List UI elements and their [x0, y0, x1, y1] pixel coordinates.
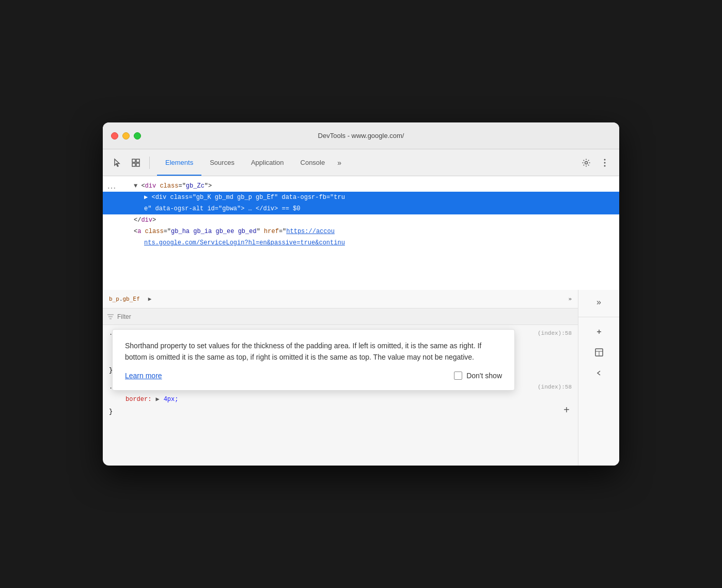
dont-show-checkbox[interactable] [454, 372, 462, 380]
tooltip-text: Shorthand property to set values for the… [125, 340, 502, 363]
svg-rect-4 [136, 163, 139, 166]
border-expand-icon[interactable]: ▶ [155, 394, 159, 405]
styles-header-right: » [568, 296, 572, 302]
dont-show-label: Don't show [466, 372, 502, 380]
filter-icon [107, 313, 114, 320]
tab-application[interactable]: Application [243, 149, 292, 176]
minimize-button[interactable] [122, 132, 130, 140]
tabs-container: Elements Sources Application Console » [157, 149, 576, 176]
settings-button[interactable] [578, 154, 594, 171]
more-options-button[interactable] [597, 154, 613, 171]
tooltip: Shorthand property to set values for the… [112, 329, 515, 391]
more-tabs-button[interactable]: » [333, 149, 346, 176]
bottom-panel: b_p.gb_Ef ▶ » Shorthand property [103, 290, 619, 466]
learn-more-link[interactable]: Learn more [125, 372, 162, 380]
svg-marker-0 [115, 159, 119, 166]
more-icon [604, 158, 606, 167]
filter-row [103, 308, 578, 325]
panel-dots[interactable]: … [107, 180, 116, 191]
breadcrumb-text: b_p.gb_Ef [109, 296, 140, 302]
css-prop-border[interactable]: border: ▶ 4px; [103, 393, 578, 406]
traffic-lights [111, 132, 141, 140]
title-bar: DevTools - www.google.com/ [103, 122, 619, 149]
svg-point-7 [604, 162, 606, 163]
tab-console[interactable]: Console [292, 149, 334, 176]
svg-point-5 [585, 161, 588, 164]
add-rule-button[interactable]: + [563, 406, 570, 416]
styles-right-panel: » [578, 290, 619, 466]
svg-rect-3 [132, 163, 135, 166]
cursor-icon [113, 158, 122, 167]
html-line-6: nts.google.com/ServiceLogin?hl=en&passiv… [103, 237, 619, 249]
styles-area: b_p.gb_Ef ▶ » Shorthand property [103, 290, 578, 466]
right-panel-divider [578, 317, 619, 317]
window-title: DevTools - www.google.com/ [318, 132, 404, 140]
devtools-window: DevTools - www.google.com/ Elements Sour… [103, 122, 619, 466]
toolbar: Elements Sources Application Console » [103, 149, 619, 176]
inspect-icon-btn[interactable] [128, 154, 144, 171]
html-line-2-selected[interactable]: ▶ <div class="gb_K gb_md gb_p gb_Ef" dat… [103, 192, 619, 203]
computed-styles-button[interactable] [591, 344, 607, 361]
svg-point-6 [604, 159, 606, 160]
right-panel-chevrons[interactable]: » [591, 294, 607, 311]
html-line-5[interactable]: <a class="gb_ha gb_ia gb_ee gb_ed" href=… [103, 226, 619, 237]
tooltip-footer: Learn more Don't show [125, 372, 502, 380]
tab-sources[interactable]: Sources [201, 149, 243, 176]
plus-circle-icon [594, 327, 604, 336]
html-line-1[interactable]: ▼ <div class="gb_Zc"> [103, 180, 619, 192]
inspect-icon [131, 158, 140, 167]
add-style-rule-button[interactable] [591, 323, 607, 340]
tab-elements[interactable]: Elements [157, 149, 201, 176]
html-line-4[interactable]: </div> [103, 214, 619, 226]
css-closing-2: } + [103, 406, 578, 418]
toolbar-divider [149, 157, 150, 169]
html-line-3-selected[interactable]: e" data-ogsr-alt id="gbwa"> … </div> == … [103, 203, 619, 214]
toggle-panel-button[interactable] [591, 365, 607, 381]
layout-icon [594, 348, 604, 357]
gear-icon [582, 158, 591, 167]
svg-point-8 [604, 165, 606, 166]
breadcrumb-expand[interactable]: ▶ [148, 296, 152, 302]
dont-show-container: Don't show [454, 372, 502, 380]
styles-header: b_p.gb_Ef ▶ » [103, 290, 578, 308]
maximize-button[interactable] [134, 132, 141, 140]
cursor-icon-btn[interactable] [109, 154, 125, 171]
toolbar-right [578, 154, 613, 171]
elements-panel: … ▼ <div class="gb_Zc"> ▶ <div class="gb… [103, 176, 619, 290]
header-chevrons[interactable]: » [568, 296, 572, 302]
svg-rect-1 [132, 159, 135, 162]
svg-rect-2 [136, 159, 139, 162]
close-button[interactable] [111, 132, 118, 140]
toggle-icon [594, 368, 604, 378]
filter-input[interactable] [117, 313, 574, 320]
